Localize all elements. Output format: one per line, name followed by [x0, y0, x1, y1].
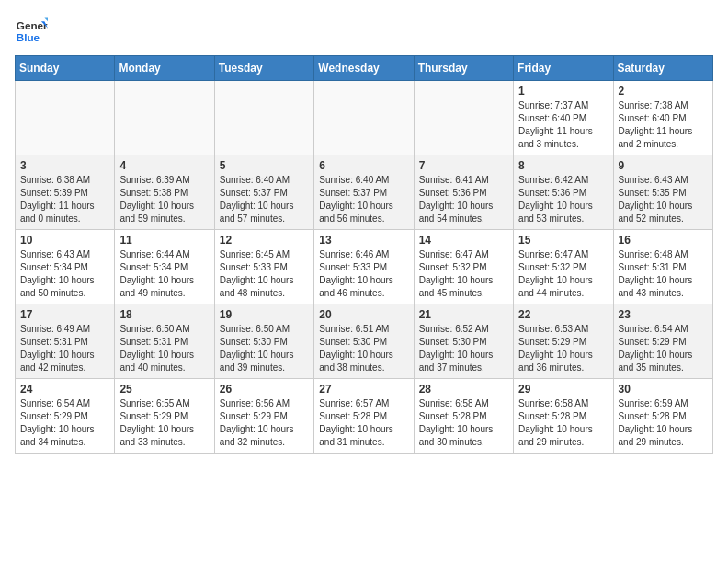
- day-info: Sunrise: 6:43 AM Sunset: 5:35 PM Dayligh…: [619, 174, 708, 225]
- day-number: 13: [319, 234, 408, 247]
- day-number: 19: [220, 308, 309, 321]
- calendar-cell: 22Sunrise: 6:53 AM Sunset: 5:29 PM Dayli…: [514, 304, 613, 379]
- calendar-cell: 19Sunrise: 6:50 AM Sunset: 5:30 PM Dayli…: [214, 304, 313, 379]
- day-info: Sunrise: 6:45 AM Sunset: 5:33 PM Dayligh…: [220, 248, 309, 300]
- day-info: Sunrise: 6:38 AM Sunset: 5:39 PM Dayligh…: [20, 174, 109, 225]
- calendar-cell: 17Sunrise: 6:49 AM Sunset: 5:31 PM Dayli…: [16, 304, 115, 379]
- day-info: Sunrise: 6:40 AM Sunset: 5:37 PM Dayligh…: [220, 174, 309, 225]
- calendar-cell: 12Sunrise: 6:45 AM Sunset: 5:33 PM Dayli…: [214, 230, 313, 304]
- calendar-table: SundayMondayTuesdayWednesdayThursdayFrid…: [15, 55, 713, 454]
- calendar-cell: 7Sunrise: 6:41 AM Sunset: 5:36 PM Daylig…: [414, 155, 513, 230]
- calendar-cell: 8Sunrise: 6:42 AM Sunset: 5:36 PM Daylig…: [514, 155, 613, 230]
- svg-text:Blue: Blue: [17, 31, 40, 43]
- day-number: 1: [518, 85, 608, 98]
- calendar-cell: [314, 81, 414, 155]
- calendar-cell: 6Sunrise: 6:40 AM Sunset: 5:37 PM Daylig…: [314, 155, 414, 230]
- calendar-cell: 3Sunrise: 6:38 AM Sunset: 5:39 PM Daylig…: [16, 155, 115, 230]
- calendar-cell: [16, 81, 115, 155]
- calendar-header-row: SundayMondayTuesdayWednesdayThursdayFrid…: [16, 56, 713, 81]
- calendar-cell: 11Sunrise: 6:44 AM Sunset: 5:34 PM Dayli…: [115, 230, 214, 304]
- calendar-cell: 13Sunrise: 6:46 AM Sunset: 5:33 PM Dayli…: [314, 230, 414, 304]
- day-number: 6: [319, 159, 408, 172]
- calendar-cell: 14Sunrise: 6:47 AM Sunset: 5:32 PM Dayli…: [414, 230, 513, 304]
- day-number: 21: [419, 308, 508, 321]
- day-number: 30: [619, 383, 708, 396]
- calendar-cell: 1Sunrise: 7:37 AM Sunset: 6:40 PM Daylig…: [514, 81, 613, 155]
- day-info: Sunrise: 6:52 AM Sunset: 5:30 PM Dayligh…: [419, 323, 508, 374]
- day-info: Sunrise: 6:55 AM Sunset: 5:29 PM Dayligh…: [119, 397, 209, 449]
- svg-text:General: General: [17, 19, 48, 31]
- day-info: Sunrise: 6:50 AM Sunset: 5:30 PM Dayligh…: [220, 323, 309, 374]
- day-info: Sunrise: 6:39 AM Sunset: 5:38 PM Dayligh…: [119, 174, 209, 225]
- weekday-header: Wednesday: [314, 56, 414, 81]
- day-info: Sunrise: 6:59 AM Sunset: 5:28 PM Dayligh…: [619, 397, 708, 449]
- calendar-cell: [214, 81, 313, 155]
- calendar-cell: 9Sunrise: 6:43 AM Sunset: 5:35 PM Daylig…: [613, 155, 712, 230]
- day-info: Sunrise: 6:50 AM Sunset: 5:31 PM Dayligh…: [119, 323, 209, 374]
- calendar-cell: 27Sunrise: 6:57 AM Sunset: 5:28 PM Dayli…: [314, 379, 414, 454]
- calendar-cell: [414, 81, 513, 155]
- day-info: Sunrise: 7:38 AM Sunset: 6:40 PM Dayligh…: [619, 99, 708, 151]
- page-header: General Blue: [15, 15, 713, 48]
- day-info: Sunrise: 6:47 AM Sunset: 5:32 PM Dayligh…: [419, 248, 508, 300]
- calendar-cell: 26Sunrise: 6:56 AM Sunset: 5:29 PM Dayli…: [214, 379, 313, 454]
- day-info: Sunrise: 6:49 AM Sunset: 5:31 PM Dayligh…: [20, 323, 109, 374]
- day-info: Sunrise: 6:54 AM Sunset: 5:29 PM Dayligh…: [619, 323, 708, 374]
- calendar-cell: 24Sunrise: 6:54 AM Sunset: 5:29 PM Dayli…: [16, 379, 115, 454]
- weekday-header: Sunday: [16, 56, 115, 81]
- calendar-cell: 2Sunrise: 7:38 AM Sunset: 6:40 PM Daylig…: [613, 81, 712, 155]
- calendar-week-row: 1Sunrise: 7:37 AM Sunset: 6:40 PM Daylig…: [16, 81, 713, 155]
- calendar-cell: 4Sunrise: 6:39 AM Sunset: 5:38 PM Daylig…: [115, 155, 214, 230]
- day-number: 20: [319, 308, 408, 321]
- day-number: 12: [220, 234, 309, 247]
- day-number: 25: [119, 383, 209, 396]
- day-number: 26: [220, 383, 309, 396]
- calendar-week-row: 17Sunrise: 6:49 AM Sunset: 5:31 PM Dayli…: [16, 304, 713, 379]
- day-number: 27: [319, 383, 408, 396]
- day-number: 22: [518, 308, 608, 321]
- day-info: Sunrise: 7:37 AM Sunset: 6:40 PM Dayligh…: [518, 99, 608, 151]
- day-number: 5: [220, 159, 309, 172]
- calendar-cell: 15Sunrise: 6:47 AM Sunset: 5:32 PM Dayli…: [514, 230, 613, 304]
- day-number: 28: [419, 383, 508, 396]
- calendar-cell: 29Sunrise: 6:58 AM Sunset: 5:28 PM Dayli…: [514, 379, 613, 454]
- day-number: 23: [619, 308, 708, 321]
- calendar-week-row: 3Sunrise: 6:38 AM Sunset: 5:39 PM Daylig…: [16, 155, 713, 230]
- logo-icon: General Blue: [15, 15, 48, 48]
- day-info: Sunrise: 6:46 AM Sunset: 5:33 PM Dayligh…: [319, 248, 408, 300]
- day-number: 3: [20, 159, 109, 172]
- calendar-cell: 20Sunrise: 6:51 AM Sunset: 5:30 PM Dayli…: [314, 304, 414, 379]
- day-info: Sunrise: 6:44 AM Sunset: 5:34 PM Dayligh…: [119, 248, 209, 300]
- day-info: Sunrise: 6:48 AM Sunset: 5:31 PM Dayligh…: [619, 248, 708, 300]
- weekday-header: Tuesday: [214, 56, 313, 81]
- calendar-cell: [115, 81, 214, 155]
- day-number: 15: [518, 234, 608, 247]
- calendar-cell: 23Sunrise: 6:54 AM Sunset: 5:29 PM Dayli…: [613, 304, 712, 379]
- logo: General Blue: [15, 15, 53, 48]
- calendar-cell: 25Sunrise: 6:55 AM Sunset: 5:29 PM Dayli…: [115, 379, 214, 454]
- day-number: 9: [619, 159, 708, 172]
- calendar-week-row: 24Sunrise: 6:54 AM Sunset: 5:29 PM Dayli…: [16, 379, 713, 454]
- calendar-cell: 18Sunrise: 6:50 AM Sunset: 5:31 PM Dayli…: [115, 304, 214, 379]
- day-info: Sunrise: 6:43 AM Sunset: 5:34 PM Dayligh…: [20, 248, 109, 300]
- calendar-cell: 28Sunrise: 6:58 AM Sunset: 5:28 PM Dayli…: [414, 379, 513, 454]
- day-number: 24: [20, 383, 109, 396]
- calendar-cell: 30Sunrise: 6:59 AM Sunset: 5:28 PM Dayli…: [613, 379, 712, 454]
- day-info: Sunrise: 6:42 AM Sunset: 5:36 PM Dayligh…: [518, 174, 608, 225]
- calendar-cell: 5Sunrise: 6:40 AM Sunset: 5:37 PM Daylig…: [214, 155, 313, 230]
- day-number: 11: [119, 234, 209, 247]
- day-number: 10: [20, 234, 109, 247]
- weekday-header: Friday: [514, 56, 613, 81]
- calendar-cell: 16Sunrise: 6:48 AM Sunset: 5:31 PM Dayli…: [613, 230, 712, 304]
- day-info: Sunrise: 6:41 AM Sunset: 5:36 PM Dayligh…: [419, 174, 508, 225]
- day-info: Sunrise: 6:58 AM Sunset: 5:28 PM Dayligh…: [419, 397, 508, 449]
- day-number: 7: [419, 159, 508, 172]
- day-info: Sunrise: 6:57 AM Sunset: 5:28 PM Dayligh…: [319, 397, 408, 449]
- calendar-week-row: 10Sunrise: 6:43 AM Sunset: 5:34 PM Dayli…: [16, 230, 713, 304]
- day-info: Sunrise: 6:47 AM Sunset: 5:32 PM Dayligh…: [518, 248, 608, 300]
- day-number: 2: [619, 85, 708, 98]
- day-info: Sunrise: 6:54 AM Sunset: 5:29 PM Dayligh…: [20, 397, 109, 449]
- day-info: Sunrise: 6:51 AM Sunset: 5:30 PM Dayligh…: [319, 323, 408, 374]
- day-info: Sunrise: 6:53 AM Sunset: 5:29 PM Dayligh…: [518, 323, 608, 374]
- weekday-header: Thursday: [414, 56, 513, 81]
